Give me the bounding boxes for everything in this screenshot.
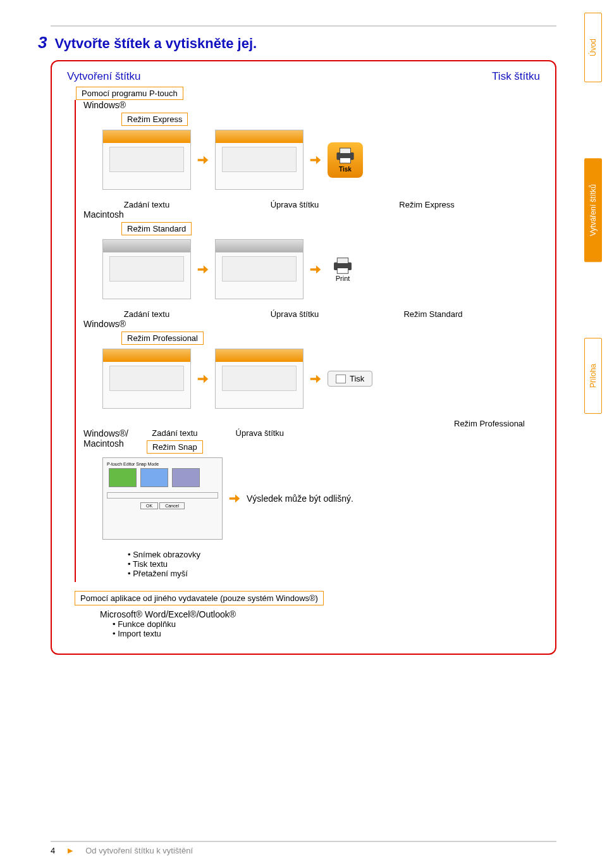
step-heading: 3 Vytvořte štítek a vytiskněte jej. xyxy=(38,33,556,53)
col-edit-label: Úprava štítku xyxy=(250,200,339,209)
print-icon[interactable]: Tisk xyxy=(328,142,363,178)
footer-text: Od vytvoření štítku k vytištění xyxy=(85,846,193,855)
arrow-icon xyxy=(228,492,242,505)
col-edit-label: Úprava štítku xyxy=(250,309,339,319)
tab-vytvareni[interactable]: Vytváření štítků xyxy=(584,158,602,262)
mode-standard-box: Režim Standard xyxy=(121,222,192,235)
arrow-icon xyxy=(309,153,322,167)
other-app-bullets: Funkce doplňku Import textu xyxy=(113,619,544,638)
svg-rect-2 xyxy=(340,158,351,163)
ptouch-box: Pomocí programu P-touch xyxy=(76,87,183,100)
tisk-button[interactable]: Tisk xyxy=(328,371,372,387)
arrow-icon xyxy=(196,372,210,386)
svg-rect-1 xyxy=(340,148,351,154)
section-create-label: Vytvoření štítku xyxy=(63,70,145,83)
step-number: 3 xyxy=(38,33,47,52)
tab-uvod[interactable]: Úvod xyxy=(584,13,602,82)
mode-professional-box: Režim Professional xyxy=(121,332,204,345)
screenshot-thumbnail xyxy=(215,239,304,299)
footer-arrow-icon: ▶ xyxy=(68,846,73,855)
page-number: 4 xyxy=(51,846,55,855)
bullet-item: Snímek obrazovky xyxy=(128,550,544,559)
screenshot-thumbnail xyxy=(102,349,191,409)
svg-rect-4 xyxy=(337,257,348,263)
mode-professional-label: Režim Professional xyxy=(454,419,525,428)
mode-express-box: Režim Express xyxy=(121,113,188,126)
tisk-button-label: Tisk xyxy=(350,374,364,383)
col-input-label: Zadání textu xyxy=(102,200,191,209)
bullet-item: Tisk textu xyxy=(128,559,544,569)
page-footer: 4 ▶ Od vytvoření štítku k vytištění xyxy=(0,841,607,855)
arrow-icon xyxy=(309,372,322,386)
tab-priloha[interactable]: Příloha xyxy=(584,338,602,414)
arrow-icon xyxy=(309,263,322,276)
other-app-sub: Microsoft® Word/Excel®/Outlook® xyxy=(100,609,544,619)
arrow-icon xyxy=(196,263,210,276)
screenshot-thumbnail xyxy=(102,130,191,190)
snap-result-text: Výsledek může být odlišný. xyxy=(247,493,353,504)
snap-bullets: Snímek obrazovky Tisk textu Přetažení my… xyxy=(128,550,544,578)
print-icon[interactable]: Print xyxy=(328,257,358,282)
os-windows-2: Windows® xyxy=(83,319,544,329)
col-edit-label: Úprava štítku xyxy=(216,428,304,438)
bullet-item: Import textu xyxy=(113,629,544,638)
col-input-label: Zadání textu xyxy=(147,428,203,438)
other-app-box: Pomocí aplikace od jiného vydavatele (po… xyxy=(75,591,324,605)
print-icon-label: Tisk xyxy=(339,166,352,173)
svg-rect-5 xyxy=(337,268,348,273)
mode-standard-label: Režim Standard xyxy=(398,309,468,319)
col-input-label: Zadání textu xyxy=(102,309,191,319)
header-rule xyxy=(51,25,556,27)
snap-dialog-thumbnail: P-touch Editor Snap Mode OK Cancel xyxy=(102,457,223,540)
page: Úvod Vytváření štítků Příloha 3 Vytvořte… xyxy=(0,0,607,868)
os-winmac: Windows®/ Macintosh xyxy=(83,428,134,449)
os-macintosh: Macintosh xyxy=(83,209,544,220)
print-icon-label: Print xyxy=(336,275,350,282)
step-title-text: Vytvořte štítek a vytiskněte jej. xyxy=(55,35,257,51)
bullet-item: Přetažení myší xyxy=(128,569,544,578)
arrow-icon xyxy=(196,153,210,167)
screenshot-thumbnail xyxy=(102,239,191,299)
side-tabs: Úvod Vytváření štítků Příloha xyxy=(584,13,602,414)
mode-express-label: Režim Express xyxy=(398,200,455,209)
mode-snap-box: Režim Snap xyxy=(147,440,203,454)
screenshot-thumbnail xyxy=(215,349,304,409)
section-print-label: Tisk štítku xyxy=(488,70,544,83)
screenshot-thumbnail xyxy=(215,130,304,190)
main-flow-box: Vytvoření štítku Tisk štítku Pomocí prog… xyxy=(51,60,556,655)
bullet-item: Funkce doplňku xyxy=(113,619,544,629)
os-windows-1: Windows® xyxy=(83,100,544,110)
